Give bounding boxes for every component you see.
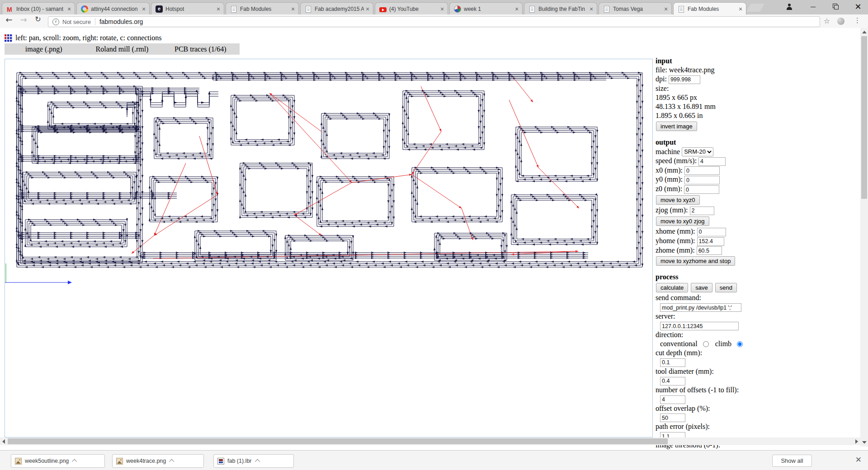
calculate-button[interactable]: calculate xyxy=(656,283,688,292)
new-tab-button[interactable] xyxy=(746,4,764,12)
save-button[interactable]: save xyxy=(691,283,712,292)
xhome-field[interactable] xyxy=(697,228,726,236)
dpi-field[interactable] xyxy=(669,75,700,84)
show-all-button[interactable]: Show all xyxy=(772,455,812,467)
info-icon[interactable] xyxy=(52,19,59,25)
youtube-icon xyxy=(379,7,387,12)
chevron-up-icon[interactable] xyxy=(255,459,259,464)
conventional-radio[interactable] xyxy=(703,341,709,347)
vertical-scrollbar-thumb[interactable] xyxy=(861,36,867,199)
send-command-field[interactable] xyxy=(660,303,741,312)
toolpath-canvas[interactable] xyxy=(5,59,653,437)
downloads-bar: week5outline.png week4trace.png fab (1).… xyxy=(0,450,868,470)
browser-tab[interactable]: Fab academy2015 A× xyxy=(300,2,373,15)
minimize-button[interactable] xyxy=(803,0,823,14)
tab-close-icon[interactable]: × xyxy=(737,5,744,13)
speed-field[interactable] xyxy=(698,157,726,166)
page-icon xyxy=(678,5,685,13)
address-bar[interactable]: Not secure fabmodules.org xyxy=(48,16,820,27)
download-item[interactable]: fab (1).lbr xyxy=(213,454,294,468)
y0-field[interactable] xyxy=(684,176,720,184)
back-button[interactable]: ← xyxy=(3,15,15,28)
tool-diameter-field[interactable] xyxy=(660,377,685,385)
move-to-xy0-zjog-button[interactable]: move to xy0 zjog xyxy=(656,216,709,226)
size-mm: 48.133 x 16.891 mm xyxy=(656,103,857,111)
tab-close-icon[interactable]: × xyxy=(588,5,595,13)
size-px: 1895 x 665 px xyxy=(656,94,857,102)
zhome-field[interactable] xyxy=(697,246,722,255)
tab-close-icon[interactable]: × xyxy=(66,5,73,13)
globe-icon xyxy=(454,5,461,13)
tab-close-icon[interactable]: × xyxy=(439,5,446,13)
download-item[interactable]: week4trace.png xyxy=(112,454,204,468)
server-label: server: xyxy=(656,312,857,321)
move-to-xyz0-button[interactable]: move to xyz0 xyxy=(656,195,700,205)
download-item[interactable]: week5outline.png xyxy=(11,454,105,468)
tab-pcb-traces[interactable]: PCB traces (1/64) xyxy=(161,43,240,55)
x0-label: x0 (mm): xyxy=(656,166,683,174)
cut-depth-label: cut depth (mm): xyxy=(656,349,857,357)
offsets-field[interactable] xyxy=(660,395,685,404)
scroll-up-arrow[interactable] xyxy=(862,31,867,33)
bookmark-star-icon[interactable]: ☆ xyxy=(824,17,830,25)
scroll-right-arrow[interactable] xyxy=(855,439,858,444)
browser-tab[interactable]: Building the FabTin× xyxy=(524,2,597,15)
browser-menu-icon[interactable]: ⋮ xyxy=(854,16,861,24)
horizontal-scrollbar-thumb[interactable] xyxy=(8,438,668,444)
horizontal-scrollbar[interactable] xyxy=(0,437,860,445)
page-icon xyxy=(528,5,536,13)
vertical-scrollbar[interactable] xyxy=(860,28,868,446)
url-divider xyxy=(95,18,95,25)
x0-field[interactable] xyxy=(684,166,720,175)
browser-tab[interactable]: (4) YouTube× xyxy=(375,2,448,15)
browser-tab[interactable]: Inbox (10) - samant× xyxy=(2,2,75,15)
zjog-field[interactable] xyxy=(690,207,714,215)
conventional-label: conventional xyxy=(660,340,698,348)
tab-close-icon[interactable]: × xyxy=(513,5,520,13)
scroll-down-arrow[interactable] xyxy=(862,441,867,444)
browser-tab-active[interactable]: Fab Modules× xyxy=(673,2,746,15)
tab-roland-mill[interactable]: Roland mill (.rml) xyxy=(83,43,161,55)
window-close-button[interactable]: ✕ xyxy=(848,0,868,14)
send-button[interactable]: send xyxy=(715,283,737,292)
browser-tab[interactable]: Hotspot× xyxy=(151,2,224,15)
overlap-field[interactable] xyxy=(660,414,685,422)
tab-close-icon[interactable]: × xyxy=(289,5,297,13)
reload-button[interactable]: ↻ xyxy=(32,15,44,28)
extension-icon[interactable] xyxy=(837,18,844,25)
machine-select[interactable]: SRM-20 xyxy=(682,147,713,156)
browser-tab[interactable]: Fab Modules× xyxy=(226,2,299,15)
forward-button[interactable]: → xyxy=(17,15,30,28)
climb-radio[interactable] xyxy=(737,341,743,347)
browser-toolbar: ← → ↻ Not secure fabmodules.org ☆ ⋮ xyxy=(0,14,868,28)
browser-tab[interactable]: week 1× xyxy=(449,2,523,15)
invert-image-button[interactable]: invert image xyxy=(656,122,697,131)
tab-close-icon[interactable]: × xyxy=(364,5,371,13)
cut-depth-field[interactable] xyxy=(660,358,685,367)
yhome-field[interactable] xyxy=(697,237,724,246)
tab-close-icon[interactable]: × xyxy=(662,5,670,13)
image-file-icon xyxy=(116,458,123,465)
page-content: left: pan, scroll: zoom, right: rotate, … xyxy=(0,28,868,446)
image-file-icon xyxy=(15,458,22,465)
tab-image-png[interactable]: image (.png) xyxy=(5,43,83,55)
path-error-label: path error (pixels): xyxy=(656,423,857,431)
profile-icon[interactable] xyxy=(779,0,799,14)
restore-button[interactable] xyxy=(826,0,846,14)
input-heading: input xyxy=(656,57,857,65)
browser-tab[interactable]: Tomas Vega× xyxy=(599,2,672,15)
z0-field[interactable] xyxy=(684,185,719,194)
scroll-left-arrow[interactable] xyxy=(2,439,5,444)
tab-close-icon[interactable]: × xyxy=(215,5,222,13)
move-to-xyzhome-button[interactable]: move to xyzhome and stop xyxy=(656,256,735,266)
speed-label: speed (mm/s): xyxy=(656,157,697,164)
browser-tab[interactable]: attiny44 connection× xyxy=(76,2,150,15)
zjog-label: zjog (mm): xyxy=(656,206,688,214)
direction-label: direction: xyxy=(656,331,857,339)
chevron-up-icon[interactable] xyxy=(72,459,77,464)
downloads-close-icon[interactable]: ✕ xyxy=(855,455,862,465)
server-field[interactable] xyxy=(660,322,739,330)
send-command-label: send command: xyxy=(656,294,857,302)
tab-close-icon[interactable]: × xyxy=(140,5,147,13)
chevron-up-icon[interactable] xyxy=(169,459,174,464)
